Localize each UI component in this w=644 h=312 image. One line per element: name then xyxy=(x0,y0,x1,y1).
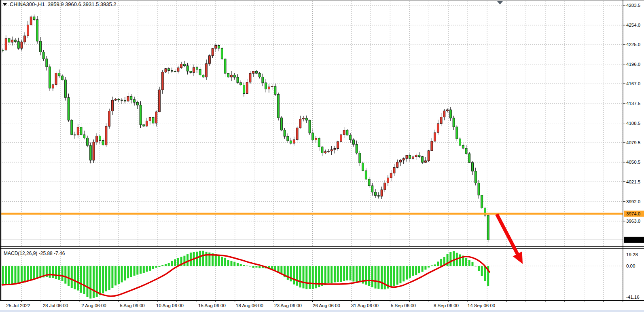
time-axis-label: 31 Aug 06:00 xyxy=(351,303,379,308)
price-axis-label: 4167.0 xyxy=(626,81,640,86)
time-axis-label: 18 Aug 06:00 xyxy=(236,303,263,308)
candles xyxy=(2,15,489,242)
price-axis-label: 4021.5 xyxy=(626,179,640,184)
symbol-dropdown-icon xyxy=(3,3,7,6)
macd-axis-label: -41.16 xyxy=(626,295,640,299)
window-bottom-edge xyxy=(0,310,644,312)
price-axis-label: 4050.5 xyxy=(626,160,640,164)
price-axis-label: 3992.0 xyxy=(626,199,640,204)
macd-values-label: -25.88 -7.46 xyxy=(39,251,65,256)
time-axis-label: 10 Aug 06:00 xyxy=(156,303,184,308)
chart-title: CHINA300-,H1 3959.9 3960.6 3931.5 3935.2 xyxy=(3,1,117,7)
price-axis-label: 3963.0 xyxy=(626,219,640,223)
time-axis-label: 5 Aug 06:00 xyxy=(120,303,144,308)
down-arrow-object[interactable] xyxy=(497,214,523,264)
chart-shift-marker-icon[interactable] xyxy=(497,1,503,4)
price-axis-label: 4225.0 xyxy=(626,42,640,47)
time-axis-label: 2 Aug 06:00 xyxy=(81,303,106,308)
symbol-timeframe-label: CHINA300-,H1 xyxy=(10,1,45,7)
time-axis-label: 23 Aug 06:00 xyxy=(274,303,302,308)
chart-window: 4283.54254.04225.04196.04167.04137.54108… xyxy=(0,0,644,312)
macd-axis-label: 19.28 xyxy=(626,252,638,257)
time-axis-label: 25 Jul 2022 xyxy=(6,303,30,308)
time-axis-label: 28 Jul 06:00 xyxy=(43,303,68,308)
time-axis-label: 8 Sep 06:00 xyxy=(434,303,459,308)
price-axis-label: 4254.0 xyxy=(626,23,640,27)
macd-pane[interactable] xyxy=(2,251,490,299)
ohlc-quote-label: 3959.9 3960.6 3931.5 3935.2 xyxy=(48,1,117,7)
current-price-tag-label: 3935.2 xyxy=(626,237,640,242)
price-axis-label: 4079.5 xyxy=(626,140,640,145)
hline-price-tag-label: 3974.0 xyxy=(626,211,640,216)
chart-canvas[interactable]: 4283.54254.04225.04196.04167.04137.54108… xyxy=(0,0,644,312)
macd-indicator-label: MACD(12,26,9) -25.88 -7.46 xyxy=(4,251,65,256)
time-axis-label: 26 Aug 06:00 xyxy=(313,303,340,308)
price-axis-label: 4108.5 xyxy=(626,121,640,126)
time-axis-label: 5 Sep 06:00 xyxy=(391,303,416,308)
macd-axis-label: 0.00 xyxy=(626,264,635,268)
price-axis-label: 4137.5 xyxy=(626,101,640,106)
time-axis[interactable]: 25 Jul 202228 Jul 06:002 Aug 06:005 Aug … xyxy=(6,301,623,308)
price-axis[interactable]: 4283.54254.04225.04196.04167.04137.54108… xyxy=(623,3,644,299)
price-axis-label: 4196.0 xyxy=(626,62,640,67)
time-axis-label: 14 Sep 06:00 xyxy=(468,303,495,308)
macd-name-label: MACD(12,26,9) xyxy=(4,251,37,256)
price-axis-label: 4283.5 xyxy=(626,3,640,8)
time-axis-label: 15 Aug 06:00 xyxy=(198,303,226,308)
